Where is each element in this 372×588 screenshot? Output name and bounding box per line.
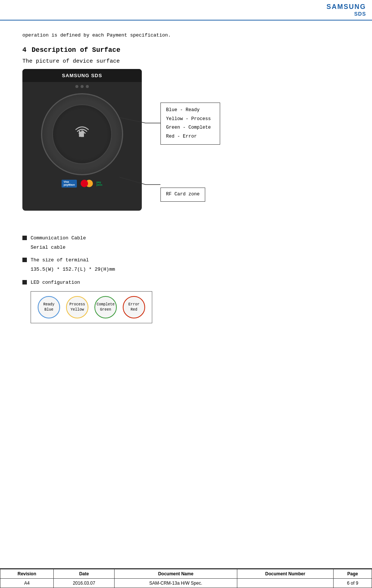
bullet-led-config-label: LED configuration — [31, 279, 80, 287]
led-process-yellow: Process Yellow — [66, 296, 88, 318]
rf-card-zone-label: RF Card zone — [166, 190, 200, 199]
samsung-logo: SAMSUNG SDS — [326, 3, 366, 17]
page-header: SAMSUNG SDS — [0, 0, 372, 21]
bullet-terminal-size-label: The size of terminal — [31, 257, 89, 264]
rf-callout-box: RF Card zone — [160, 176, 205, 202]
svg-rect-2 — [81, 130, 82, 137]
svg-rect-1 — [79, 131, 80, 137]
bullet-square-icon-3 — [22, 280, 27, 284]
bullet-terminal-size-sub: 135.5(W) * 152.7(L) * 29(H)mm — [31, 266, 350, 274]
intro-text: operation is defined by each Payment spe… — [22, 32, 350, 40]
dot-2 — [81, 85, 84, 88]
bullet-section: Communication Cable Serial cable The siz… — [22, 235, 350, 323]
footer-col-date: Date — [54, 569, 115, 579]
led-yellow-process: Yellow - Process — [166, 115, 215, 124]
footer-page-val: 6 of 9 — [334, 579, 372, 588]
bullet-comm-cable-sub: Serial cable — [31, 244, 350, 252]
bullet-led-config: LED configuration — [22, 279, 350, 287]
footer-col-docname: Document Name — [115, 569, 237, 579]
dot-3 — [86, 85, 89, 88]
logo-samsung-text: SAMSUNG — [326, 3, 366, 11]
device-circle-outer — [41, 93, 123, 175]
footer-revision-val: A4 — [0, 579, 54, 588]
led-diagram: Ready Blue Process Yellow Complete Green… — [31, 291, 152, 323]
led-complete-green: Complete Green — [94, 296, 117, 318]
paypass-logo: paypass — [97, 181, 103, 186]
footer-col-page: Page — [334, 569, 372, 579]
footer-table: Revision Date Document Name Document Num… — [0, 568, 372, 588]
bullet-square-icon — [22, 236, 27, 240]
visa-paywave-logo: VisapayWave — [62, 180, 76, 188]
led-ready-blue: Ready Blue — [38, 296, 60, 318]
footer-col-docnum: Document Number — [237, 569, 334, 579]
led-blue-ready: Blue - Ready — [166, 106, 215, 115]
contactless-icon — [73, 123, 91, 146]
device-top-bar: SAMSUNG SDS — [22, 69, 142, 82]
payment-logos: VisapayWave paypass — [62, 180, 102, 188]
bullet-terminal-size: The size of terminal — [22, 257, 350, 264]
device-diagram-area: SAMSUNG SDS — [22, 69, 284, 226]
mc-red-circle — [81, 180, 88, 187]
section-4-heading: 4 Description of Surface — [22, 46, 350, 54]
device-circle-inner — [52, 104, 112, 164]
led-error-red: Error Red — [123, 296, 145, 318]
footer-col-revision: Revision — [0, 569, 54, 579]
led-callout-box: Blue - Ready Yellow - Process Green - Co… — [160, 103, 220, 145]
led-red-error: Red - Error — [166, 132, 215, 141]
bullet-communication-cable: Communication Cable — [22, 235, 350, 242]
section-number: 4 — [22, 46, 26, 54]
device-indicator-dots — [75, 85, 89, 88]
main-content: operation is defined by each Payment spe… — [0, 21, 372, 338]
led-green-complete: Green - Complete — [166, 123, 215, 132]
device-brand-label: SAMSUNG SDS — [62, 73, 102, 78]
footer-docname-val: SAM-CRM-13a H/W Spec. — [115, 579, 237, 588]
device-image: SAMSUNG SDS — [22, 69, 142, 211]
logo-sds-text: SDS — [354, 11, 366, 17]
section-title: Description of Surface — [32, 46, 121, 54]
footer-date-val: 2016.03.07 — [54, 579, 115, 588]
footer-docnum-val — [237, 579, 334, 588]
rf-card-zone-box: RF Card zone — [160, 188, 205, 202]
bullet-square-icon-2 — [22, 258, 27, 262]
bullet-comm-cable-label: Communication Cable — [31, 235, 86, 242]
led-colors-box: Blue - Ready Yellow - Process Green - Co… — [160, 103, 220, 145]
dot-1 — [75, 85, 78, 88]
subsection-heading: The picture of device surface — [22, 58, 350, 65]
mastercard-logo — [81, 180, 93, 187]
